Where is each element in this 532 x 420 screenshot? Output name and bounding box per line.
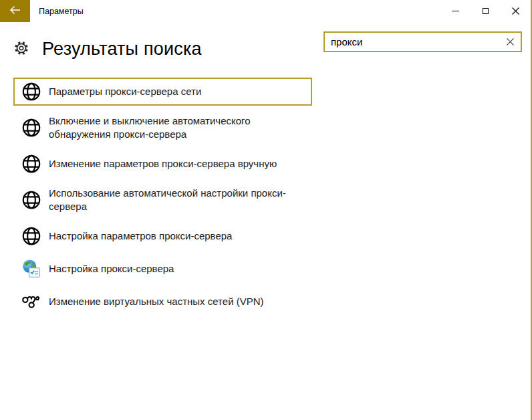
result-item-manual-proxy-setup[interactable]: Изменение параметров прокси-сервера вруч… [13, 150, 312, 178]
result-label: Параметры прокси-сервера сети [49, 85, 201, 98]
globe-icon [21, 118, 41, 138]
minimize-button[interactable] [440, 0, 471, 22]
globe-icon [21, 154, 41, 174]
back-button[interactable] [0, 0, 30, 22]
result-item-proxy-setup-classic[interactable]: Настройка прокси-сервера [13, 255, 312, 283]
close-button[interactable] [501, 0, 531, 22]
window-title: Параметры [30, 7, 84, 16]
page-title: Результаты поиска [42, 39, 202, 60]
globe-icon [21, 190, 41, 210]
globe-icon [21, 226, 41, 246]
search-clear-button[interactable] [499, 33, 521, 51]
settings-gear-icon [14, 41, 29, 58]
vpn-icon [21, 292, 41, 312]
settings-window: Параметры Ре [0, 0, 532, 420]
result-item-vpn-settings[interactable]: Изменение виртуальных частных сетей (VPN… [13, 288, 312, 316]
result-label: Настройка прокси-сервера [49, 262, 174, 276]
search-results-list: Параметры прокси-сервера сети Включение … [13, 78, 312, 316]
maximize-icon [483, 8, 489, 14]
search-input[interactable] [325, 36, 499, 47]
result-item-configure-proxy-params[interactable]: Настройка параметров прокси-сервера [13, 222, 312, 250]
window-controls [440, 0, 531, 22]
clear-x-icon [507, 36, 514, 48]
internet-options-icon [21, 259, 41, 279]
result-label: Изменение виртуальных частных сетей (VPN… [49, 295, 264, 308]
result-item-auto-proxy-script[interactable]: Использование автоматической настройки п… [13, 183, 312, 217]
result-label: Настройка параметров прокси-сервера [49, 229, 232, 243]
minimize-icon [452, 11, 459, 11]
titlebar: Параметры [0, 0, 531, 22]
globe-icon [21, 82, 41, 102]
back-arrow-icon [9, 5, 21, 17]
close-icon [512, 5, 519, 17]
search-box [323, 31, 522, 52]
result-label: Включение и выключение автоматического о… [49, 114, 251, 141]
result-label: Изменение параметров прокси-сервера вруч… [49, 157, 277, 171]
maximize-button[interactable] [471, 0, 501, 22]
result-item-proxy-network-settings[interactable]: Параметры прокси-сервера сети [13, 78, 312, 106]
result-item-auto-detect-proxy[interactable]: Включение и выключение автоматического о… [13, 110, 312, 145]
result-label: Использование автоматической настройки п… [49, 187, 286, 213]
